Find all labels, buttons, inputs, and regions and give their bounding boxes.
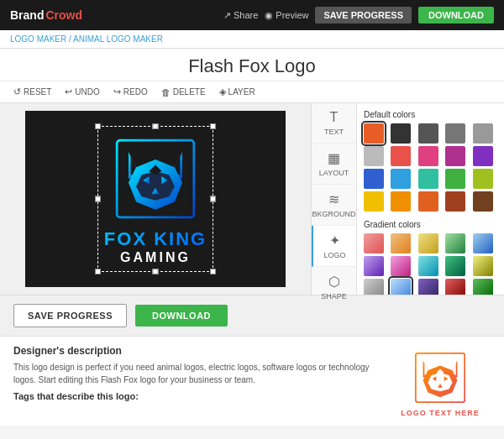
header: BrandCrowd ↗ Share ◉ Preview SAVE PROGRE… [0,0,504,30]
logo-maker-link[interactable]: LOGO MAKER [10,34,66,44]
handle-top-right[interactable] [210,123,216,129]
description-text: This logo design is perfect if you need … [13,361,376,386]
color-swatch-pink[interactable] [418,146,438,166]
logo-inner: FOX KING GAMING [104,133,207,265]
color-swatch-green[interactable] [445,169,465,189]
gradient-swatch-12[interactable] [391,279,411,295]
layer-button[interactable]: ◈ LAYER [219,86,255,97]
right-panel: T TEXT ▦ LAYOUT ≋ BKGROUND ✦ LOGO ⬡ SHAP… [311,103,504,295]
delete-icon: 🗑 [161,87,171,97]
header-actions: ↗ Share ◉ Preview SAVE PROGRESS DOWNLOAD [223,7,494,24]
reset-button[interactable]: ↺ RESET [13,86,51,97]
logo-primary-text: FOX KING [104,228,207,250]
download-bottom-button[interactable]: DOWNLOAD [135,305,228,327]
handle-bottom-left[interactable] [95,269,101,274]
description-section: Designer's description This logo design … [0,336,504,426]
handle-bottom-right[interactable] [210,269,216,274]
gradient-swatch-6[interactable] [364,256,384,276]
handle-top-left[interactable] [95,123,101,129]
color-swatch-orange[interactable] [364,123,384,144]
gradient-swatch-2[interactable] [391,233,411,253]
sidebar-item-background[interactable]: ≋ BKGROUND [312,185,356,226]
logo-icon: ✦ [329,233,340,248]
canvas-area[interactable]: FOX KING GAMING [0,103,311,295]
gradient-swatch-10[interactable] [473,256,493,276]
gradient-swatch-7[interactable] [391,256,411,276]
gradient-swatch-15[interactable] [473,279,493,295]
gradient-swatch-4[interactable] [445,233,465,253]
text-icon: T [330,110,339,125]
handle-top-center[interactable] [153,123,159,129]
side-icons: T TEXT ▦ LAYOUT ≋ BKGROUND ✦ LOGO ⬡ SHAP… [312,103,357,295]
color-swatch-gray1[interactable] [418,123,438,144]
description-left: Designer's description This logo design … [13,345,376,417]
description-title: Designer's description [13,345,376,357]
brand-text: Brand [10,8,44,22]
gradient-swatch-13[interactable] [418,279,438,295]
tags-title: Tags that describe this logo: [13,391,376,401]
redo-icon: ↪ [113,86,121,97]
gradient-swatch-9[interactable] [445,256,465,276]
color-swatch-brown2[interactable] [473,191,493,212]
color-swatch-teal[interactable] [418,169,438,189]
save-progress-bottom-button[interactable]: SAVE PROGRESS [13,304,127,327]
redo-button[interactable]: ↪ REDO [113,86,148,97]
sidebar-item-shape[interactable]: ⬡ SHAPE [312,267,356,308]
mini-fox-svg [411,348,470,407]
logo-secondary-text: GAMING [120,250,191,265]
share-link[interactable]: ↗ Share [223,10,258,21]
color-swatch-darkgray[interactable] [391,123,411,144]
color-swatch-darkorange[interactable] [418,191,438,212]
undo-button[interactable]: ↩ UNDO [65,86,99,97]
logo-canvas[interactable]: FOX KING GAMING [25,111,286,287]
handle-bottom-center[interactable] [153,269,159,274]
preview-icon: ◉ [265,10,273,21]
share-icon: ↗ [223,10,231,21]
color-swatch-blue2[interactable] [391,169,411,189]
toolbar: ↺ RESET ↩ UNDO ↪ REDO 🗑 DELETE ◈ LAYER [0,81,504,103]
gradient-swatch-5[interactable] [473,233,493,253]
bottom-area: SAVE PROGRESS DOWNLOAD [0,295,504,336]
save-progress-header-button[interactable]: SAVE PROGRESS [315,7,412,24]
sidebar-item-logo[interactable]: ✦ LOGO [312,226,356,267]
handle-middle-left[interactable] [95,196,101,202]
page-title-bar: Flash Fox Logo [0,49,504,81]
color-swatch-lime[interactable] [473,169,493,189]
color-swatch-yellow[interactable] [364,191,384,212]
download-header-button[interactable]: DOWNLOAD [418,7,494,24]
color-panel: Default colors [357,103,504,295]
color-swatch-purple1[interactable] [445,146,465,166]
fox-logo-svg [109,133,202,225]
color-swatch-gray4[interactable] [364,146,384,166]
gradient-color-grid [364,233,497,295]
color-swatch-amber[interactable] [391,191,411,212]
gradient-swatch-3[interactable] [418,233,438,253]
color-swatch-red[interactable] [391,146,411,166]
gradient-swatch-8[interactable] [418,256,438,276]
preview-link[interactable]: ◉ Preview [265,10,308,21]
logo-text-here: LOGO TEXT HERE [401,409,480,417]
gradient-swatch-14[interactable] [445,279,465,295]
default-colors-title: Default colors [364,110,497,119]
gradient-colors-title: Gradient colors [364,220,497,229]
color-panel-wrapper: Default colors [357,103,504,295]
color-swatch-gray2[interactable] [445,123,465,144]
handle-middle-right[interactable] [210,196,216,202]
sidebar-item-layout[interactable]: ▦ LAYOUT [312,144,356,185]
color-swatch-purple2[interactable] [473,146,493,166]
breadcrumb: LOGO MAKER / ANIMAL LOGO MAKER [0,30,504,49]
color-swatch-brown1[interactable] [445,191,465,212]
page-title: Flash Fox Logo [0,55,504,77]
color-swatch-gray3[interactable] [473,123,493,144]
background-icon: ≋ [328,191,339,207]
gradient-swatch-1[interactable] [364,233,384,253]
animal-logo-maker-link[interactable]: ANIMAL LOGO MAKER [73,34,163,44]
brand-logo: BrandCrowd [10,8,82,22]
gradient-swatch-11[interactable] [364,279,384,295]
delete-button[interactable]: 🗑 DELETE [161,87,206,97]
reset-icon: ↺ [13,86,21,97]
description-right: LOGO TEXT HERE [390,345,491,417]
crowd-text: Crowd [45,8,82,22]
color-swatch-blue1[interactable] [364,169,384,189]
sidebar-item-text[interactable]: T TEXT [312,103,356,144]
